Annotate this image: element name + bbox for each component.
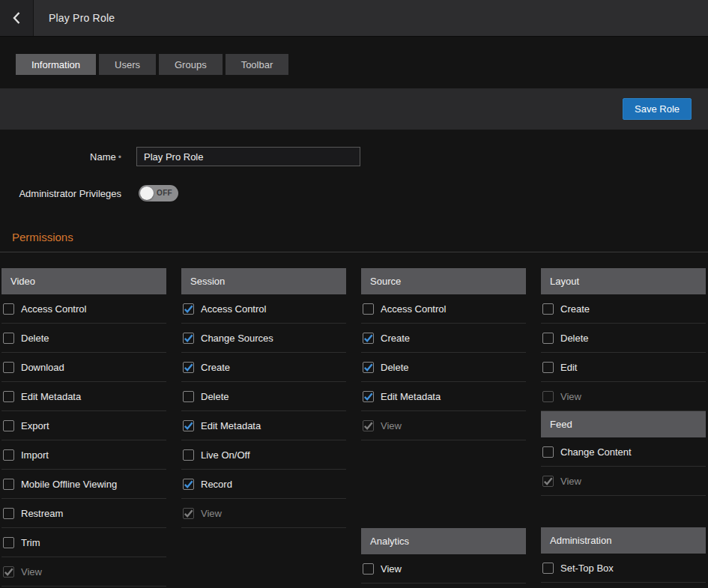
permission-label: Create bbox=[381, 333, 410, 344]
action-bar: Save Role bbox=[0, 88, 708, 130]
app-window: Play Pro Role InformationUsersGroupsTool… bbox=[0, 0, 708, 588]
permission-row-source-delete: Delete bbox=[361, 353, 526, 382]
group-header-session: Session bbox=[181, 268, 346, 294]
checkbox-video-edit-metadata[interactable] bbox=[3, 391, 14, 402]
permission-group-analytics: AnalyticsView bbox=[361, 528, 526, 584]
permission-row-video-export: Export bbox=[1, 411, 166, 440]
name-label: Name• bbox=[0, 151, 121, 163]
permission-row-layout-view: View bbox=[541, 382, 706, 411]
permission-label: View bbox=[560, 391, 581, 402]
checkbox-video-delete[interactable] bbox=[3, 333, 14, 344]
permission-label: Delete bbox=[560, 333, 589, 344]
checkbox-video-export[interactable] bbox=[3, 420, 14, 431]
checkbox-session-create[interactable] bbox=[183, 362, 194, 373]
permission-row-session-record: Record bbox=[181, 470, 346, 499]
permission-row-session-change-sources: Change Sources bbox=[181, 324, 346, 353]
checkbox-session-edit-metadata[interactable] bbox=[183, 420, 194, 431]
checkbox-source-delete[interactable] bbox=[363, 362, 374, 373]
permission-label: Edit Metadata bbox=[21, 391, 81, 402]
admin-privileges-label: Administrator Privileges bbox=[0, 188, 121, 199]
checkbox-layout-edit[interactable] bbox=[542, 362, 554, 373]
toggle-state-label: OFF bbox=[157, 185, 172, 201]
checkbox-session-change-sources[interactable] bbox=[183, 333, 194, 344]
checkbox-session-live-on-off[interactable] bbox=[183, 449, 194, 461]
name-field-row: Name• bbox=[0, 147, 708, 166]
tab-groups[interactable]: Groups bbox=[159, 54, 223, 75]
permission-label: Delete bbox=[21, 333, 49, 344]
permission-row-session-create: Create bbox=[181, 353, 346, 382]
permission-row-source-edit-metadata: Edit Metadata bbox=[361, 382, 526, 411]
tab-users[interactable]: Users bbox=[99, 54, 156, 75]
checkbox-source-create[interactable] bbox=[363, 333, 374, 344]
permission-group-session: SessionAccess ControlChange SourcesCreat… bbox=[181, 268, 346, 528]
checkbox-video-restream[interactable] bbox=[3, 508, 14, 519]
permissions-grid: VideoAccess ControlDeleteDownloadEdit Me… bbox=[0, 268, 708, 587]
permission-row-layout-delete: Delete bbox=[541, 324, 706, 353]
permissions-column: SourceAccess ControlCreateDeleteEdit Met… bbox=[361, 268, 526, 587]
checkbox-video-access-control[interactable] bbox=[3, 303, 14, 315]
tab-toolbar[interactable]: Toolbar bbox=[226, 54, 289, 75]
permission-label: Edit Metadata bbox=[201, 420, 261, 431]
checkbox-layout-delete[interactable] bbox=[542, 333, 554, 344]
tab-information[interactable]: Information bbox=[16, 54, 96, 75]
checkbox-video-download[interactable] bbox=[3, 362, 14, 373]
checkbox-source-edit-metadata[interactable] bbox=[363, 391, 374, 402]
permission-group-video: VideoAccess ControlDeleteDownloadEdit Me… bbox=[1, 268, 166, 587]
permission-row-source-create: Create bbox=[361, 324, 526, 353]
permission-row-video-access-control: Access Control bbox=[1, 294, 166, 324]
permission-label: Delete bbox=[381, 362, 409, 373]
permission-row-layout-edit: Edit bbox=[541, 353, 706, 382]
checkbox-session-access-control[interactable] bbox=[183, 303, 194, 315]
group-header-analytics: Analytics bbox=[361, 528, 526, 554]
permission-label: View bbox=[201, 508, 222, 519]
checkbox-session-record[interactable] bbox=[183, 479, 194, 490]
checkbox-feed-change-content[interactable] bbox=[542, 446, 554, 458]
permission-row-video-import: Import bbox=[1, 440, 166, 470]
toggle-knob-icon bbox=[140, 187, 154, 200]
checkbox-video-trim[interactable] bbox=[3, 537, 14, 548]
group-header-layout: Layout bbox=[541, 268, 706, 294]
checkbox-session-view bbox=[183, 508, 194, 519]
group-header-video: Video bbox=[1, 268, 166, 294]
permission-label: Create bbox=[201, 362, 230, 373]
permission-row-session-access-control: Access Control bbox=[181, 294, 346, 324]
permission-row-feed-change-content: Change Content bbox=[541, 437, 706, 467]
permission-row-video-delete: Delete bbox=[1, 324, 166, 353]
permissions-divider bbox=[0, 252, 708, 252]
permission-label: View bbox=[381, 420, 402, 431]
checkbox-video-mobile-offline-viewing[interactable] bbox=[3, 479, 14, 490]
permissions-column: SessionAccess ControlChange SourcesCreat… bbox=[181, 268, 346, 587]
permission-label: Access Control bbox=[201, 303, 266, 315]
group-header-source: Source bbox=[361, 268, 526, 294]
permission-label: Create bbox=[560, 303, 590, 315]
permission-label: View bbox=[21, 566, 42, 578]
permission-label: View bbox=[381, 563, 402, 575]
checkbox-video-import[interactable] bbox=[3, 449, 14, 461]
admin-privileges-toggle[interactable]: OFF bbox=[139, 185, 178, 201]
permission-label: Edit Metadata bbox=[381, 391, 441, 402]
permission-label: Trim bbox=[21, 537, 40, 548]
checkbox-source-view bbox=[363, 420, 374, 431]
permission-row-video-download: Download bbox=[1, 353, 166, 382]
permission-group-source: SourceAccess ControlCreateDeleteEdit Met… bbox=[361, 268, 526, 440]
checkbox-session-delete[interactable] bbox=[183, 391, 194, 402]
checkbox-administration-set-top-box[interactable] bbox=[542, 563, 554, 574]
name-input[interactable] bbox=[136, 147, 360, 166]
permission-group-layout: LayoutCreateDeleteEditView bbox=[541, 268, 706, 411]
permission-row-video-view: View bbox=[1, 557, 166, 587]
name-label-text: Name bbox=[90, 151, 116, 163]
permission-label: Change Sources bbox=[201, 333, 273, 344]
checkbox-video-view bbox=[3, 566, 14, 578]
permission-label: View bbox=[560, 476, 581, 487]
permission-group-administration: AdministrationSet-Top Box bbox=[541, 527, 706, 583]
checkbox-analytics-view[interactable] bbox=[363, 563, 374, 575]
checkbox-source-access-control[interactable] bbox=[363, 303, 374, 315]
checkbox-layout-create[interactable] bbox=[542, 303, 554, 315]
permissions-column: LayoutCreateDeleteEditViewFeedChange Con… bbox=[541, 268, 706, 587]
save-role-button[interactable]: Save Role bbox=[623, 98, 692, 120]
permission-label: Change Content bbox=[560, 446, 632, 458]
group-header-administration: Administration bbox=[541, 527, 706, 554]
permission-row-source-view: View bbox=[361, 411, 526, 440]
back-button[interactable] bbox=[0, 0, 34, 36]
permission-label: Restream bbox=[21, 508, 63, 519]
